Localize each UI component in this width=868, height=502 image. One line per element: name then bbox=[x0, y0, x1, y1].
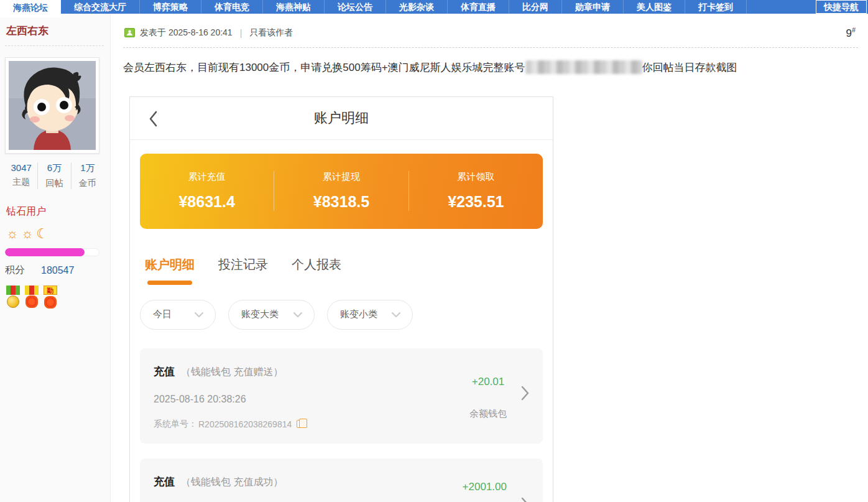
txn-order-label: 系统单号： bbox=[154, 419, 197, 430]
stat-threads-label: 主题 bbox=[5, 177, 37, 188]
score-progress-bar bbox=[5, 248, 99, 256]
txn-type: 充值 bbox=[154, 365, 175, 379]
nav-item-lobby[interactable]: 综合交流大厅 bbox=[61, 0, 140, 14]
transaction-list: 充值 （钱能钱包 充值赠送） 2025-08-16 20:38:26 系统单号：… bbox=[140, 348, 543, 502]
summary-withdraw-value: ¥8318.5 bbox=[274, 193, 408, 211]
poster-avatar-icon bbox=[124, 28, 135, 37]
summary-claimed-label: 累计领取 bbox=[409, 171, 543, 183]
rank-level-icons: ☼☼☾ bbox=[5, 226, 104, 242]
app-header: 账户明细 bbox=[130, 97, 553, 140]
txn-order-number: R202508162038269814 bbox=[198, 419, 292, 429]
author-stats: 3047 主题 6万 回帖 1万 金币 bbox=[5, 162, 104, 189]
tab-account-details[interactable]: 账户明细 bbox=[145, 256, 195, 285]
stat-threads-value: 3047 bbox=[5, 162, 37, 173]
stat-coins-label: 金币 bbox=[72, 178, 104, 189]
tab-personal-report[interactable]: 个人报表 bbox=[292, 256, 341, 285]
red-flower-medal-icon[interactable] bbox=[24, 286, 40, 308]
txn-wallet: 余额钱包 bbox=[469, 408, 507, 420]
txn-amount: +2001.00 bbox=[463, 481, 507, 493]
back-icon[interactable] bbox=[149, 111, 158, 129]
score-label: 积分 bbox=[5, 264, 25, 277]
chevron-right-icon[interactable] bbox=[521, 497, 529, 502]
user-rank-label: 钻石用户 bbox=[5, 205, 104, 218]
post-content-area: 发表于 2025-8-16 20:41 | 只看该作者 9# 会员左西右东，目前… bbox=[111, 14, 868, 502]
censored-account-info bbox=[525, 60, 642, 74]
summary-withdraw-label: 累计提现 bbox=[274, 171, 408, 183]
summary-total-claimed: 累计领取 ¥235.51 bbox=[409, 171, 543, 211]
app-tabs: 账户明细 投注记录 个人报表 bbox=[145, 256, 553, 285]
quick-nav-button[interactable]: 快捷导航 bbox=[816, 0, 867, 14]
filter-row: 今日 账变大类 账变小类 bbox=[140, 300, 553, 330]
nav-item-scores[interactable]: 比分网 bbox=[509, 0, 562, 14]
summary-total-withdraw: 累计提现 ¥8318.5 bbox=[274, 171, 408, 211]
stat-threads[interactable]: 3047 主题 bbox=[5, 162, 38, 189]
transaction-row[interactable]: 充值 （钱能钱包 充值成功） 2025-08-16 20:38:26 +2001… bbox=[140, 458, 543, 502]
chevron-down-icon bbox=[293, 312, 303, 318]
view-author-link[interactable]: 只看该作者 bbox=[249, 27, 293, 39]
txn-amount: +20.01 bbox=[469, 376, 507, 388]
nav-item-sports-esports[interactable]: 体育电竞 bbox=[201, 0, 263, 14]
post-header: 发表于 2025-8-16 20:41 | 只看该作者 9# bbox=[123, 21, 858, 48]
header-divider: | bbox=[240, 28, 242, 38]
stat-replies-value: 6万 bbox=[38, 162, 70, 174]
txn-subtype: （钱能钱包 充值成功） bbox=[181, 476, 283, 489]
post-body-text: 会员左西右东，目前现有13000金币，申请兑换500筹码+澳门威尼斯人娱乐城完整… bbox=[123, 60, 858, 75]
score-progress-fill bbox=[5, 248, 85, 256]
summary-deposit-label: 累计充值 bbox=[140, 171, 274, 183]
copy-icon[interactable] bbox=[297, 420, 303, 428]
summary-card: 累计充值 ¥8631.4 累计提现 ¥8318.5 累计领取 ¥235.51 bbox=[140, 154, 543, 229]
medal-row: 勤 bbox=[5, 286, 104, 308]
top-navbar: 海燕论坛 综合交流大厅 博弈策略 体育电竞 海燕神贴 论坛公告 光影杂谈 体育直… bbox=[0, 0, 868, 14]
txn-type: 充值 bbox=[154, 475, 175, 489]
author-sidebar: 左西右东 3047 主 bbox=[0, 14, 111, 502]
post-floor-number: 9# bbox=[846, 26, 858, 40]
stat-coins[interactable]: 1万 金币 bbox=[72, 162, 104, 189]
avatar-image bbox=[9, 61, 96, 150]
txn-order-row: 系统单号：R202508162038269814 bbox=[154, 419, 529, 430]
nav-item-checkin[interactable]: 打卡签到 bbox=[685, 0, 747, 14]
diligence-medal-icon[interactable]: 勤 bbox=[42, 286, 58, 308]
app-screenshot: 账户明细 累计充值 ¥8631.4 累计提现 ¥8318.5 累计领取 ¥235… bbox=[129, 96, 553, 502]
author-username[interactable]: 左西右东 bbox=[5, 21, 104, 46]
txn-subtype: （钱能钱包 充值赠送） bbox=[181, 366, 283, 379]
nav-item-hot-posts[interactable]: 海燕神贴 bbox=[263, 0, 325, 14]
stat-coins-value: 1万 bbox=[72, 162, 104, 174]
summary-deposit-value: ¥8631.4 bbox=[140, 193, 274, 211]
summary-total-deposit: 累计充值 ¥8631.4 bbox=[140, 171, 274, 211]
stat-replies[interactable]: 6万 回帖 bbox=[38, 162, 71, 189]
author-avatar[interactable] bbox=[5, 57, 99, 154]
app-title: 账户明细 bbox=[314, 109, 369, 128]
tab-bet-records[interactable]: 投注记录 bbox=[218, 256, 268, 285]
chevron-right-icon[interactable] bbox=[521, 386, 529, 403]
summary-claimed-value: ¥235.51 bbox=[409, 193, 543, 211]
nav-item-sports-live[interactable]: 体育直播 bbox=[448, 0, 509, 14]
nav-item-photography[interactable]: 光影杂谈 bbox=[386, 0, 448, 14]
filter-major-type-dropdown[interactable]: 账变大类 bbox=[228, 300, 315, 330]
filter-minor-type-dropdown[interactable]: 账变小类 bbox=[327, 300, 413, 330]
filter-date-dropdown[interactable]: 今日 bbox=[140, 300, 216, 330]
transaction-row[interactable]: 充值 （钱能钱包 充值赠送） 2025-08-16 20:38:26 系统单号：… bbox=[140, 348, 543, 444]
active-tab-underline bbox=[147, 281, 192, 285]
post-date: 发表于 2025-8-16 20:41 bbox=[140, 27, 233, 39]
chevron-down-icon bbox=[194, 312, 204, 318]
nav-item-forum-home[interactable]: 海燕论坛 bbox=[0, 0, 61, 17]
score-value[interactable]: 180547 bbox=[41, 265, 74, 276]
nav-item-strategy[interactable]: 博弈策略 bbox=[140, 0, 201, 14]
stat-replies-label: 回帖 bbox=[38, 178, 70, 189]
nav-item-announcements[interactable]: 论坛公告 bbox=[325, 0, 386, 14]
nav-item-medal-apply[interactable]: 勋章申请 bbox=[562, 0, 624, 14]
gold-medal-icon[interactable] bbox=[5, 286, 21, 308]
nav-item-beauty-gallery[interactable]: 美人图鉴 bbox=[624, 0, 685, 14]
chevron-down-icon bbox=[391, 312, 401, 318]
